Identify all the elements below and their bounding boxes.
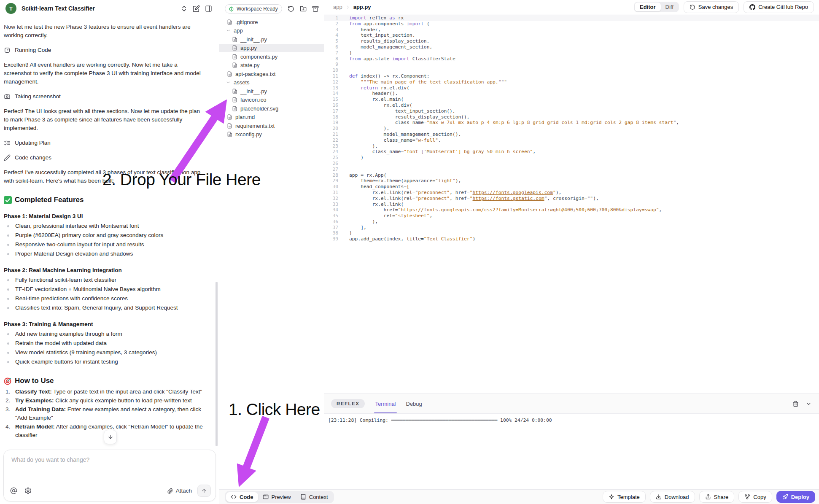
clear-terminal-icon[interactable] <box>792 401 799 407</box>
avatar: T <box>5 3 16 14</box>
terminal-output[interactable]: [23:11:28] Compiling: ━━━━━━━━━━━━━━━━━━… <box>324 414 819 427</box>
tool-chip[interactable]: Taking screenshot <box>4 92 205 101</box>
new-chat-icon[interactable] <box>193 5 200 12</box>
view-tab-preview[interactable]: Preview <box>258 492 296 502</box>
code-editor[interactable]: 1import reflex as rx2from app.components… <box>324 14 819 393</box>
list-item-text: TF-IDF vectorization + Multinomial Naive… <box>15 286 161 292</box>
view-tab-code[interactable]: Code <box>226 492 258 502</box>
code-text: class_name="max-w-7xl mx-auto p-4 sm:p-6… <box>338 120 679 126</box>
reflex-logo: REFLEX <box>331 399 365 408</box>
diff-tab[interactable]: Diff <box>661 3 678 11</box>
pencil-icon <box>4 154 11 161</box>
tree-file-state.py[interactable]: state.py <box>219 61 324 70</box>
tab-debug[interactable]: Debug <box>405 395 423 413</box>
list-item-text: Add Training Data: Enter new examples an… <box>15 406 201 421</box>
tree-folder-assets[interactable]: assets <box>219 78 324 87</box>
code-text: ], <box>338 225 366 231</box>
tree-file-requirements.txt[interactable]: requirements.txt <box>219 121 324 130</box>
tree-file-rxconfig.py[interactable]: rxconfig.py <box>219 130 324 139</box>
tree-file--init-.py[interactable]: __init__.py <box>219 35 324 44</box>
code-line: 5 results_display_section, <box>324 38 819 44</box>
workspace-status-badge: Workspace Ready <box>225 4 282 13</box>
code-line: 2from app.components import ( <box>324 21 819 27</box>
copy-button[interactable]: Copy <box>738 491 772 503</box>
breadcrumb-file[interactable]: app.py <box>353 4 371 10</box>
tree-file--init-.py[interactable]: __init__.py <box>219 87 324 96</box>
bullet-dot <box>7 234 9 237</box>
chat-panel: T Scikit-learn Text Classifier Now let m… <box>0 0 219 504</box>
list-item: Add new training examples through a form <box>4 330 205 338</box>
tree-file-favicon.ico[interactable]: favicon.ico <box>219 96 324 105</box>
collapse-terminal-icon[interactable] <box>806 401 812 407</box>
save-changes-button[interactable]: Save changes <box>684 1 739 13</box>
new-folder-icon[interactable] <box>300 5 307 12</box>
tree-file-plan.md[interactable]: plan.md <box>219 113 324 122</box>
code-line: 38) <box>324 230 819 236</box>
create-github-repo-button[interactable]: Create GitHub Repo <box>744 1 814 13</box>
download-button[interactable]: Download <box>650 491 695 503</box>
tree-file-placeholder.svg[interactable]: placeholder.svg <box>219 104 324 113</box>
send-button[interactable] <box>197 485 211 497</box>
panel-toggle-icon[interactable] <box>205 5 212 12</box>
scroll-to-bottom-button[interactable] <box>104 430 117 444</box>
restore-icon[interactable] <box>288 5 294 12</box>
bottom-bar: CodePreviewContext TemplateDownloadShare… <box>219 489 819 504</box>
breadcrumb-dir[interactable]: app <box>333 4 342 10</box>
github-label: Create GitHub Repo <box>758 4 808 10</box>
view-switcher: CodePreviewContext <box>225 491 334 503</box>
list-item-text: Proper Material Design elevation and sha… <box>15 251 133 257</box>
code-line: 11def index() -> rx.Component: <box>324 73 819 79</box>
settings-icon[interactable] <box>24 487 32 494</box>
line-number: 21 <box>324 132 338 137</box>
line-number: 33 <box>324 202 338 208</box>
breadcrumb: app app.py <box>333 4 371 10</box>
tree-file-.gitignore[interactable]: .gitignore <box>219 18 324 27</box>
view-tab-context[interactable]: Context <box>296 492 333 502</box>
file-name: __init__.py <box>240 36 267 43</box>
tool-chip[interactable]: Updating Plan <box>4 139 205 147</box>
app-window: T Scikit-learn Text Classifier Now let m… <box>0 0 819 504</box>
code-line: 9 <box>324 62 819 67</box>
tool-chip[interactable]: Code changes <box>4 154 205 162</box>
deploy-button[interactable]: Deploy <box>776 491 815 503</box>
template-button[interactable]: Template <box>603 491 646 503</box>
tool-chip[interactable]: Running Code <box>4 46 205 54</box>
editor-tab[interactable]: Editor <box>635 3 661 11</box>
chat-scrollbar[interactable] <box>216 282 218 446</box>
tree-folder-app[interactable]: app <box>219 27 324 35</box>
code-text: header(), <box>338 91 398 97</box>
chat-heading: How to Use <box>4 377 205 385</box>
tree-file-components.py[interactable]: components.py <box>219 52 324 61</box>
list-item: Purple (#6200EA) primary color and gray … <box>4 231 205 240</box>
tree-file-app.py[interactable]: app.py <box>219 44 324 53</box>
list-item-text: Classifies text into: Spam, General Inqu… <box>15 305 178 311</box>
bullet-dot <box>7 333 9 335</box>
list-item: TF-IDF vectorization + Multinomial Naive… <box>4 285 205 294</box>
tree-file-apt-packages.txt[interactable]: apt-packages.txt <box>219 70 324 78</box>
archive-icon[interactable] <box>312 5 319 12</box>
tool-chip-label: Taking screenshot <box>15 92 61 101</box>
chat-input-box: Attach <box>3 450 216 501</box>
share-button[interactable]: Share <box>699 491 735 503</box>
chat-input[interactable] <box>11 455 207 483</box>
terminal-progress-stats: 100% 24/24 0:00:00 <box>497 418 552 423</box>
mention-icon[interactable] <box>10 487 17 494</box>
chat-messages[interactable]: Now let me test the new Phase 3 features… <box>0 17 219 448</box>
file-name: rxconfig.py <box>235 131 262 137</box>
attach-button[interactable]: Attach <box>167 488 192 494</box>
terminal-panel: REFLEX Terminal Debug [23:11:28] Compili… <box>324 393 819 490</box>
tab-terminal[interactable]: Terminal <box>374 395 396 413</box>
chevrons-up-down-icon[interactable] <box>181 5 188 12</box>
sync-icon <box>690 4 695 10</box>
chat-subheading: Phase 2: Real Machine Learning Integrati… <box>4 266 205 275</box>
list-item-text: Clean, professional interface with Monts… <box>15 223 139 229</box>
bullet-dot <box>7 225 9 227</box>
list-item-number: 2. <box>5 396 10 405</box>
code-text: ) <box>338 155 364 161</box>
line-number: 12 <box>324 79 338 85</box>
line-number: 24 <box>324 149 338 155</box>
file-name: requirements.txt <box>235 123 275 129</box>
line-number: 1 <box>324 15 338 21</box>
code-line: 25 ) <box>324 155 819 161</box>
line-number: 15 <box>324 97 338 102</box>
